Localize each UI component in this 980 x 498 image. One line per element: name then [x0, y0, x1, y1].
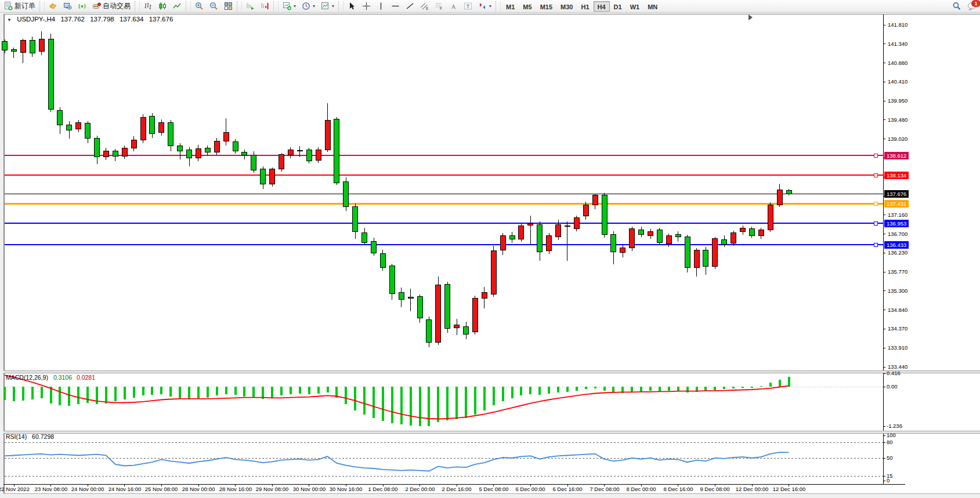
macd-histogram-bar	[169, 387, 172, 397]
macd-histogram-bar	[160, 387, 162, 394]
gold-icon	[49, 2, 57, 10]
macd-histogram-bar	[299, 387, 301, 394]
fibo-icon: F	[435, 2, 443, 10]
macd-histogram-bar	[631, 387, 633, 392]
zoom-out-button[interactable]	[207, 1, 221, 12]
macd-signal-value: 0.0281	[77, 374, 95, 381]
tline-icon	[406, 2, 414, 10]
candle	[76, 123, 81, 129]
macd-histogram-bar	[234, 387, 237, 395]
macd-histogram-bar	[760, 386, 762, 387]
period-menu-button[interactable]: ▾	[299, 1, 318, 12]
tile-windows-button[interactable]	[221, 1, 236, 12]
orange-level-line-handle[interactable]	[874, 202, 877, 206]
time-axis-label: 6 Dec 16:00	[552, 486, 582, 492]
collapse-icon[interactable]: ▼	[7, 17, 12, 23]
tiles-icon	[224, 2, 233, 10]
candle	[454, 325, 460, 328]
timeframe-button-h1[interactable]: H1	[577, 1, 593, 12]
candlestick-chart-button[interactable]	[156, 1, 170, 12]
timeframe-button-h4[interactable]: H4	[594, 1, 610, 12]
support-line-1-handle[interactable]	[874, 221, 877, 225]
macd-histogram-bar	[151, 387, 153, 395]
macd-histogram-bar	[538, 387, 541, 395]
candle	[242, 152, 247, 155]
macd-histogram-bar	[400, 387, 403, 424]
candle	[666, 236, 671, 243]
candle	[740, 228, 746, 231]
fibonacci-button[interactable]: F	[432, 1, 446, 12]
auto-scroll-button[interactable]	[243, 1, 258, 12]
resistance-line-1-handle[interactable]	[874, 154, 877, 157]
chart-shift-marker[interactable]	[748, 14, 753, 20]
text-label-button[interactable]: T	[461, 1, 475, 12]
macd-histogram-bar	[474, 387, 476, 415]
signals-icon-button[interactable]	[75, 1, 89, 12]
trendline-button[interactable]	[403, 1, 417, 12]
search-icon	[952, 2, 961, 11]
chart-shift-button[interactable]	[258, 1, 272, 12]
macd-tick-label: 0.416	[887, 370, 901, 376]
cursor-button[interactable]	[345, 1, 359, 12]
textA-icon: A	[449, 2, 458, 10]
macd-histogram-bar	[769, 383, 772, 387]
timeframe-button-m30[interactable]: M30	[556, 1, 577, 12]
search-button[interactable]	[949, 1, 964, 12]
macd-histogram-bar	[225, 387, 227, 394]
panel-separator-rsi[interactable]	[3, 431, 980, 434]
macd-histogram-bar	[659, 387, 661, 391]
macd-histogram-bar	[308, 387, 310, 394]
candle	[639, 230, 644, 234]
macd-histogram-bar	[576, 387, 578, 391]
gold-wedge-icon-button[interactable]	[46, 1, 60, 12]
time-axis-label: 28 Nov 16:00	[219, 486, 252, 492]
timeframe-button-mn[interactable]: MN	[643, 1, 661, 12]
macd-histogram-bar	[105, 387, 107, 404]
bar-chart-button[interactable]	[141, 1, 156, 12]
bars-icon	[144, 2, 153, 10]
macd-histogram-bar	[788, 377, 790, 387]
new-order-button[interactable]: 新订单	[1, 1, 38, 12]
new-order-button-label: 新订单	[15, 1, 35, 11]
horizontal-line-button[interactable]	[388, 1, 403, 12]
timeframe-button-m1[interactable]: M1	[502, 1, 519, 12]
svg-text:A: A	[451, 3, 456, 10]
templates-button[interactable]: ▾	[318, 1, 337, 12]
timeframe-button-m15[interactable]: M15	[536, 1, 556, 12]
timeframe-button-d1[interactable]: D1	[610, 1, 626, 12]
chevron-down-icon: ▾	[332, 3, 334, 9]
candle	[380, 254, 385, 267]
notifications-button[interactable]: 1	[964, 1, 980, 12]
toolbar-separator	[39, 1, 45, 12]
candle	[103, 151, 109, 157]
new-chart-button[interactable]: ▾	[280, 1, 299, 12]
candle	[187, 150, 192, 158]
candle	[178, 146, 183, 151]
vertical-line-button[interactable]	[374, 1, 388, 12]
candle	[343, 181, 349, 207]
equidistant-channel-button[interactable]: E	[417, 1, 432, 12]
crosshair-button[interactable]	[359, 1, 374, 12]
panel-separator-macd[interactable]	[3, 370, 980, 373]
candle	[426, 319, 432, 342]
support-line-2-handle[interactable]	[874, 243, 877, 246]
time-axis-label: 8 Dec 16:00	[663, 486, 693, 492]
chart-canvas[interactable]	[0, 0, 980, 498]
price-tick-label: 139.480	[888, 117, 907, 123]
macd-histogram-bar	[31, 387, 34, 399]
terminal-icon-button[interactable]	[60, 1, 75, 12]
arrows-button[interactable]: ▾	[475, 1, 494, 12]
price-line-tag: 136.953	[884, 220, 909, 227]
timeframe-button-w1[interactable]: W1	[626, 1, 644, 12]
timeframe-button-m5[interactable]: M5	[519, 1, 536, 12]
line-chart-button[interactable]	[170, 1, 185, 12]
zoom-in-button[interactable]	[192, 1, 207, 12]
auto-trading-button[interactable]: 自动交易	[89, 1, 133, 12]
macd-histogram-bar	[354, 387, 356, 410]
price-tick-label: 136.230	[888, 249, 907, 256]
resistance-line-2-handle[interactable]	[874, 173, 877, 177]
cursor-icon	[348, 2, 356, 10]
rsi-tick-label: 80	[887, 439, 893, 445]
text-button[interactable]: A	[446, 1, 461, 12]
macd-histogram-bar	[3, 387, 6, 400]
